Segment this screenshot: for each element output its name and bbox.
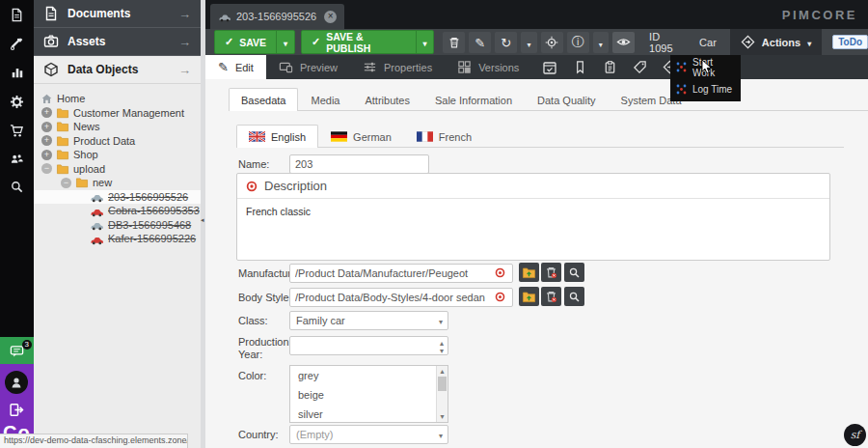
- production-year-spinner[interactable]: [289, 336, 448, 355]
- reload-dropdown-button[interactable]: [521, 32, 536, 53]
- info-button[interactable]: [567, 32, 589, 53]
- users-rail-icon[interactable]: [0, 145, 34, 172]
- scroll-up-icon[interactable]: [438, 367, 447, 376]
- manufacturer-search-button[interactable]: [564, 263, 584, 282]
- description-panel-header: Description: [237, 174, 829, 199]
- tree-item-cobra[interactable]: Cobra-1566995353: [34, 204, 201, 218]
- tree-item-db3[interactable]: DB3-1566995468: [34, 218, 201, 233]
- collapse-icon[interactable]: [61, 178, 71, 188]
- expand-icon[interactable]: [41, 150, 52, 160]
- locate-in-tree-button[interactable]: [541, 32, 563, 53]
- chevron-down-icon: [527, 34, 530, 51]
- car-icon: [90, 205, 104, 217]
- tab-label: Preview: [300, 62, 338, 73]
- toolbar: SAVE SAVE & PUBLISH ID 1095 Car: [205, 29, 868, 55]
- reload-button[interactable]: [495, 32, 517, 53]
- tab-lang-english[interactable]: English: [236, 125, 318, 148]
- panel-header-data-objects[interactable]: Data Objects: [34, 56, 201, 84]
- tree-item-news[interactable]: News: [34, 120, 201, 134]
- tree-item-customer-management[interactable]: Customer Management: [34, 106, 201, 121]
- menu-item-label: Log Time: [692, 84, 732, 95]
- car-icon: [218, 11, 231, 22]
- notes-button[interactable]: [598, 55, 621, 79]
- tree-item-shop[interactable]: Shop: [34, 148, 201, 162]
- expand-icon[interactable]: [41, 107, 52, 118]
- manufacturer-input[interactable]: [289, 264, 513, 283]
- search-rail-icon[interactable]: [0, 172, 34, 201]
- body-style-input[interactable]: [289, 288, 513, 307]
- ecommerce-rail-icon[interactable]: [0, 116, 34, 145]
- country-select[interactable]: (Empty): [289, 425, 448, 444]
- name-input[interactable]: [289, 154, 429, 174]
- tab-lang-german[interactable]: German: [318, 125, 404, 148]
- color-multiselect[interactable]: grey beige silver: [289, 365, 448, 423]
- info-dropdown-button[interactable]: [593, 32, 609, 53]
- symfony-profiler-button[interactable]: sf: [844, 424, 866, 446]
- documents-rail-icon[interactable]: [0, 0, 34, 29]
- tab-lang-french[interactable]: French: [404, 125, 484, 148]
- uk-flag-icon: [249, 131, 265, 142]
- save-dropdown-button[interactable]: [276, 31, 294, 53]
- class-select[interactable]: Family car: [289, 311, 448, 330]
- color-option-beige[interactable]: beige: [290, 385, 448, 405]
- tab-basedata[interactable]: Basedata: [229, 88, 298, 111]
- panel-header-assets[interactable]: Assets: [34, 28, 201, 56]
- tree-item-product-data[interactable]: Product Data: [34, 134, 201, 149]
- scrollbar-thumb[interactable]: [438, 377, 447, 391]
- manufacturer-open-folder-button[interactable]: [519, 263, 539, 282]
- color-option-grey[interactable]: grey: [290, 366, 448, 385]
- save-publish-button[interactable]: SAVE & PUBLISH: [301, 30, 434, 54]
- spinner-arrows-icon[interactable]: [440, 339, 444, 354]
- tree-item-new[interactable]: new: [34, 176, 201, 190]
- tab-properties[interactable]: Properties: [350, 55, 445, 79]
- rename-button[interactable]: [469, 32, 491, 53]
- panel-header-documents[interactable]: Documents: [34, 0, 201, 28]
- tab-sale-information[interactable]: Sale Information: [422, 88, 525, 111]
- save-button[interactable]: SAVE: [214, 30, 295, 54]
- bookmark-button[interactable]: [568, 55, 591, 79]
- expand-icon[interactable]: [41, 122, 52, 132]
- tab-versions[interactable]: Versions: [445, 55, 531, 79]
- chat-button[interactable]: 3: [0, 337, 34, 364]
- actions-menu-button[interactable]: Actions: [730, 29, 822, 55]
- description-editor[interactable]: French classic: [237, 199, 829, 260]
- expand-icon[interactable]: [41, 135, 52, 146]
- color-scrollbar[interactable]: [436, 366, 448, 422]
- sidebar: Documents Assets Data Objects Home Custo…: [34, 0, 201, 448]
- tags-button[interactable]: [628, 55, 651, 79]
- tab-media[interactable]: Media: [298, 88, 352, 111]
- body-style-clear-button[interactable]: [541, 287, 561, 306]
- menu-item-log-time[interactable]: Log Time: [670, 78, 741, 100]
- chevron-down-icon: [599, 34, 603, 51]
- reports-rail-icon[interactable]: [0, 58, 34, 87]
- tab-attributes[interactable]: Attributes: [352, 88, 421, 111]
- body-style-search-button[interactable]: [564, 287, 584, 306]
- open-preview-button[interactable]: [612, 32, 635, 53]
- delete-button[interactable]: [443, 32, 465, 53]
- panel-title: Assets: [68, 35, 105, 48]
- object-id-label: ID 1095: [649, 31, 685, 54]
- collapse-sidebar-icon[interactable]: [201, 216, 204, 224]
- home-icon: [41, 93, 53, 105]
- top-tab-bar: 203-1566995526 PIMCORE: [205, 0, 868, 29]
- logout-icon[interactable]: [9, 402, 25, 418]
- save-publish-dropdown-button[interactable]: [416, 31, 433, 53]
- tree-item-kafer[interactable]: Kafer-1566995226: [34, 232, 201, 246]
- collapse-icon[interactable]: [41, 163, 52, 174]
- scroll-down-icon[interactable]: [438, 412, 447, 421]
- manufacturer-clear-button[interactable]: [541, 263, 561, 282]
- tab-edit[interactable]: Edit: [205, 55, 266, 79]
- tools-rail-icon[interactable]: [0, 29, 34, 58]
- close-tab-icon[interactable]: [324, 11, 337, 23]
- tree-item-upload[interactable]: upload: [34, 162, 201, 177]
- user-avatar[interactable]: [5, 371, 28, 394]
- color-option-silver[interactable]: silver: [290, 405, 448, 424]
- settings-rail-icon[interactable]: [0, 87, 34, 116]
- tab-preview[interactable]: Preview: [266, 55, 350, 79]
- tab-data-quality[interactable]: Data Quality: [525, 88, 609, 111]
- schedule-button[interactable]: [538, 55, 561, 79]
- tree-item-home[interactable]: Home: [34, 92, 201, 106]
- object-tab[interactable]: 203-1566995526: [210, 4, 344, 29]
- body-style-open-folder-button[interactable]: [519, 287, 539, 306]
- tree-item-203[interactable]: 203-1566995526: [34, 190, 201, 205]
